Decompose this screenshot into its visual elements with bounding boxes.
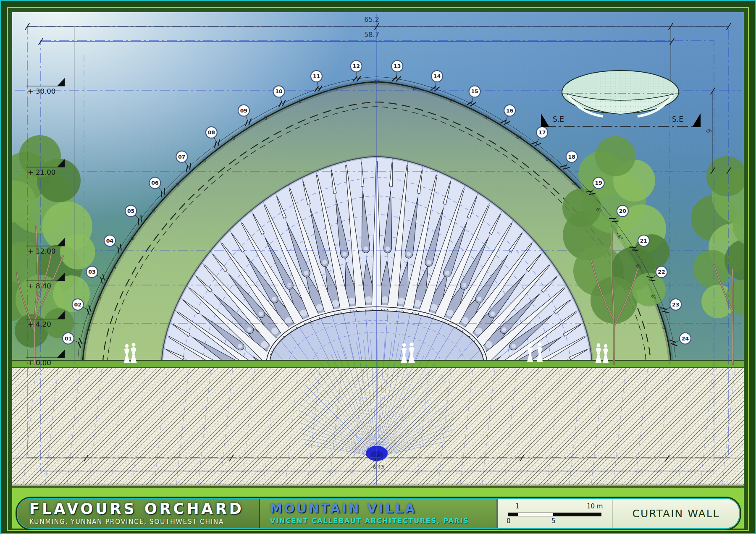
key-plan	[561, 71, 680, 116]
svg-text:S.E: S.E	[553, 115, 564, 123]
svg-text:6°: 6°	[374, 79, 379, 85]
scale-bar-white-segment	[518, 513, 553, 516]
grid-bubble-03: 03	[86, 266, 104, 283]
scale-label-1: 1	[515, 503, 520, 510]
title-building-section: MOUNTAIN VILLA VINCENT CALLEBAUT ARCHITE…	[259, 499, 496, 528]
svg-text:21: 21	[640, 238, 647, 244]
title-project-section: FLAVOURS ORCHARD KUNMING, YUNNAN PROVINC…	[18, 499, 259, 528]
drawing-title-section: CURTAIN WALL	[612, 499, 739, 528]
svg-text:S.E: S.E	[672, 115, 683, 123]
svg-text:02: 02	[74, 301, 81, 308]
svg-text:01: 01	[65, 335, 72, 342]
scale-label-0: 0	[507, 517, 511, 525]
project-name: FLAVOURS ORCHARD	[29, 501, 259, 517]
grid-bubble-10: 10	[273, 86, 285, 107]
svg-text:12: 12	[353, 63, 360, 69]
svg-text:16: 16	[506, 107, 514, 114]
svg-text:24: 24	[682, 335, 689, 342]
svg-text:+ 30.00: + 30.00	[28, 87, 55, 95]
scale-bar	[508, 513, 601, 516]
svg-text:04: 04	[106, 238, 114, 244]
svg-text:07: 07	[178, 154, 185, 160]
svg-text:15: 15	[471, 88, 478, 94]
grid-bubble-07: 07	[176, 151, 191, 172]
grid-bubble-23: 23	[660, 299, 681, 313]
svg-text:6°: 6°	[412, 85, 418, 92]
svg-text:14: 14	[433, 73, 441, 79]
drawing-title: CURTAIN WALL	[632, 508, 719, 520]
scale-bar-section: 1 10 m 0 5	[496, 499, 612, 528]
svg-text:+ 8.40: + 8.40	[28, 282, 51, 290]
grid-bubble-15: 15	[467, 86, 480, 106]
tree-far-right	[691, 156, 756, 364]
svg-text:05: 05	[127, 208, 134, 214]
svg-text:+ 0.00: + 0.00	[28, 359, 51, 367]
scale-label-10m: 10 m	[587, 503, 603, 510]
title-block: FLAVOURS ORCHARD KUNMING, YUNNAN PROVINC…	[17, 498, 740, 529]
svg-text:9: 9	[706, 129, 713, 133]
svg-text:19: 19	[595, 180, 602, 186]
grid-bubble-11: 11	[311, 71, 322, 92]
grid-bubble-16: 16	[501, 105, 516, 125]
grid-bubble-01: 01	[63, 333, 82, 348]
svg-text:+ 4.20: + 4.20	[28, 320, 51, 328]
svg-text:+ 21.00: + 21.00	[28, 168, 55, 176]
svg-text:58.7: 58.7	[364, 31, 379, 39]
architect-name: VINCENT CALLEBAUT ARCHITECTURES, PARIS	[270, 517, 496, 525]
svg-text:6°: 6°	[335, 85, 341, 92]
svg-text:18: 18	[568, 154, 575, 160]
svg-text:6.43: 6.43	[373, 464, 384, 470]
scale-label-5: 5	[551, 517, 556, 525]
elevation-marker: + 30.00	[26, 78, 65, 95]
svg-text:+ 12.00: + 12.00	[28, 247, 55, 255]
grid-bubble-08: 08	[206, 127, 220, 148]
project-location: KUNMING, YUNNAN PROVINCE, SOUTHWEST CHIN…	[29, 518, 259, 526]
svg-text:08: 08	[208, 129, 215, 136]
svg-text:23: 23	[672, 301, 679, 308]
grid-bubble-05: 05	[125, 205, 141, 225]
grid-bubble-04: 04	[104, 235, 121, 254]
grid-bubble-09: 09	[238, 105, 251, 126]
section-line-SE: S.ES.E	[541, 113, 701, 127]
grid-bubble-06: 06	[149, 177, 164, 197]
svg-text:20: 20	[619, 208, 627, 214]
svg-text:65.2: 65.2	[364, 16, 379, 24]
drawing-sheet: 6.4365.258.79+ 30.00+ 21.00+ 12.00+ 8.40…	[0, 0, 756, 534]
svg-text:10: 10	[275, 88, 283, 94]
svg-text:17: 17	[538, 129, 546, 136]
svg-text:11: 11	[313, 73, 320, 79]
grid-bubble-17: 17	[532, 127, 548, 146]
svg-text:13: 13	[394, 63, 401, 69]
curtain-wall-elevation-drawing: 6.4365.258.79+ 30.00+ 21.00+ 12.00+ 8.40…	[0, 0, 756, 534]
building-name: MOUNTAIN VILLA	[270, 502, 496, 515]
grid-bubble-18: 18	[560, 151, 577, 169]
svg-text:09: 09	[240, 107, 247, 114]
svg-text:06: 06	[151, 180, 159, 186]
svg-text:03: 03	[88, 269, 95, 275]
svg-text:22: 22	[658, 269, 665, 275]
